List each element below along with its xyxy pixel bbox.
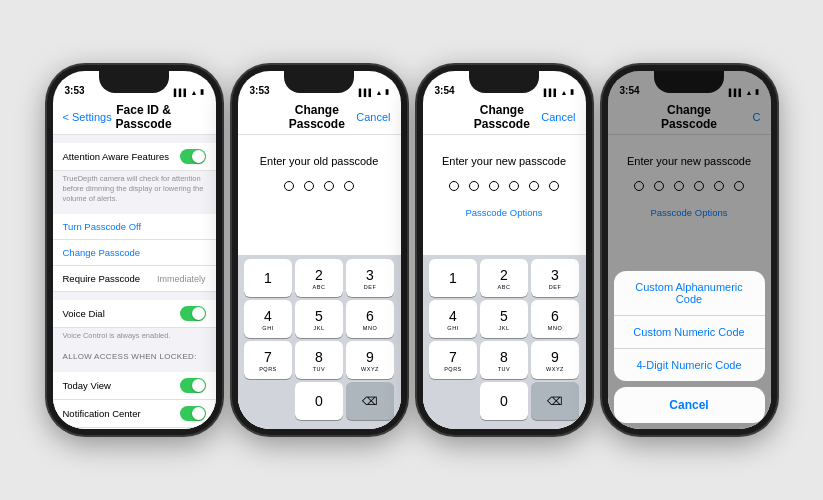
wifi-icon: ▲ [561,89,568,96]
dot-2 [304,181,314,191]
cancel-button[interactable]: Cancel [356,111,390,123]
key-8[interactable]: 8TUV [295,341,343,379]
nav-title: Change Passcode [278,103,357,131]
key-3[interactable]: 3DEF [531,259,579,297]
change-passcode-label: Change Passcode [63,247,141,258]
key-4[interactable]: 4GHI [429,300,477,338]
key-row-2: 4GHI 5JKL 6MNO [241,300,398,338]
today-label: Today View [63,380,111,391]
key-row-3: 7PQRS 8TUV 9WXYZ [426,341,583,379]
settings-section-locked: Today View Notification Center Control C… [53,372,216,429]
attention-desc: TrueDepth camera will check for attentio… [53,171,216,206]
key-0[interactable]: 0 [295,382,343,420]
phone-3: 3:54 ▌▌▌ ▲ ▮ Change Passcode Cancel Ente… [417,65,592,435]
dot-2 [469,181,479,191]
dot-3 [324,181,334,191]
settings-section-3: Voice Dial Voice Control is always enabl… [53,300,216,344]
signal-icon: ▌▌▌ [359,89,374,96]
nav-title: Face ID & Passcode [112,103,176,131]
settings-section-1: Attention Aware Features TrueDepth camer… [53,143,216,206]
time: 3:53 [65,85,85,96]
settings-content: Attention Aware Features TrueDepth camer… [53,135,216,429]
action-sheet-overlay[interactable]: Custom Alphanumeric Code Custom Numeric … [608,71,771,429]
key-9[interactable]: 9WXYZ [531,341,579,379]
battery-icon: ▮ [385,88,389,96]
key-row-1: 1 2ABC 3DEF [241,259,398,297]
require-value: Immediately [157,274,206,284]
battery-icon: ▮ [200,88,204,96]
attention-toggle[interactable] [180,149,206,164]
settings-item-control[interactable]: Control Center [53,428,216,429]
dot-5 [529,181,539,191]
nav-bar: < Settings Face ID & Passcode [53,99,216,135]
key-1[interactable]: 1 [244,259,292,297]
dot-1 [449,181,459,191]
locked-section-header: ALLOW ACCESS WHEN LOCKED: [53,344,216,364]
key-0[interactable]: 0 [480,382,528,420]
key-delete[interactable]: ⌫ [346,382,394,420]
voice-dial-desc: Voice Control is always enabled. [53,328,216,344]
time: 3:54 [435,85,455,96]
keyboard: 1 2ABC 3DEF 4GHI 5JKL 6MNO 7PQRS 8TUV 9W… [423,255,586,429]
dot-6 [549,181,559,191]
key-1[interactable]: 1 [429,259,477,297]
key-5[interactable]: 5JKL [295,300,343,338]
wifi-icon: ▲ [191,89,198,96]
key-6[interactable]: 6MNO [346,300,394,338]
key-8[interactable]: 8TUV [480,341,528,379]
phone-4: 3:54 ▌▌▌ ▲ ▮ Change Passcode C Enter you… [602,65,777,435]
notif-label: Notification Center [63,408,141,419]
status-icons: ▌▌▌ ▲ ▮ [359,88,389,96]
nav-title: Change Passcode [463,103,542,131]
notif-toggle[interactable] [180,406,206,421]
settings-item-notif[interactable]: Notification Center [53,400,216,428]
require-label: Require Passcode [63,273,141,284]
passcode-prompt: Enter your new passcode [442,155,566,167]
today-toggle[interactable] [180,378,206,393]
key-row-4: 0 ⌫ [426,382,583,420]
key-2[interactable]: 2ABC [295,259,343,297]
key-7[interactable]: 7PQRS [429,341,477,379]
passcode-options-link[interactable]: Passcode Options [465,207,542,218]
key-delete[interactable]: ⌫ [531,382,579,420]
key-4[interactable]: 4GHI [244,300,292,338]
key-5[interactable]: 5JKL [480,300,528,338]
signal-icon: ▌▌▌ [544,89,559,96]
action-sheet-group: Custom Alphanumeric Code Custom Numeric … [614,271,765,381]
settings-item-passcode-off[interactable]: Turn Passcode Off [53,214,216,240]
notch [284,71,354,93]
passcode-dots [284,181,354,191]
key-7[interactable]: 7PQRS [244,341,292,379]
settings-item-today[interactable]: Today View [53,372,216,400]
passcode-content: Enter your old passcode 1 2ABC 3DEF 4GHI [238,135,401,429]
settings-item-voice-dial[interactable]: Voice Dial [53,300,216,328]
action-sheet-4digit[interactable]: 4-Digit Numeric Code [614,349,765,381]
passcode-content: Enter your new passcode Passcode Options… [423,135,586,429]
action-sheet-cancel[interactable]: Cancel [614,387,765,423]
settings-item-require[interactable]: Require Passcode Immediately [53,266,216,292]
settings-item-change-passcode[interactable]: Change Passcode [53,240,216,266]
key-2[interactable]: 2ABC [480,259,528,297]
notch [469,71,539,93]
cancel-button[interactable]: Cancel [541,111,575,123]
voice-dial-toggle[interactable] [180,306,206,321]
status-icons: ▌▌▌ ▲ ▮ [544,88,574,96]
action-sheet-alphanumeric[interactable]: Custom Alphanumeric Code [614,271,765,316]
voice-dial-label: Voice Dial [63,308,105,319]
phone-1: 3:53 ▌▌▌ ▲ ▮ < Settings Face ID & Passco… [47,65,222,435]
dot-4 [344,181,354,191]
notch [99,71,169,93]
time: 3:53 [250,85,270,96]
settings-item-attention[interactable]: Attention Aware Features [53,143,216,171]
passcode-prompt: Enter your old passcode [260,155,379,167]
key-empty [429,382,477,420]
key-6[interactable]: 6MNO [531,300,579,338]
back-button[interactable]: < Settings [63,111,112,123]
key-9[interactable]: 9WXYZ [346,341,394,379]
phone-2: 3:53 ▌▌▌ ▲ ▮ Change Passcode Cancel Ente… [232,65,407,435]
key-3[interactable]: 3DEF [346,259,394,297]
dot-4 [509,181,519,191]
action-sheet-numeric[interactable]: Custom Numeric Code [614,316,765,349]
wifi-icon: ▲ [376,89,383,96]
status-icons: ▌▌▌ ▲ ▮ [174,88,204,96]
